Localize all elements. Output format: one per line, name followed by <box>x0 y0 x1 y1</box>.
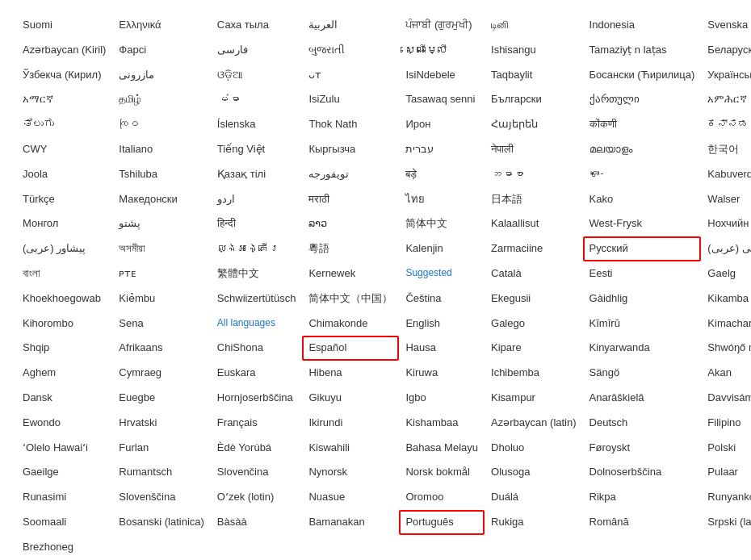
language-item[interactable]: ᴗᴛ <box>302 63 399 88</box>
language-item[interactable]: Tamaziyṭ n laṭas <box>583 38 702 63</box>
language-item[interactable]: Polski <box>701 436 751 461</box>
language-item[interactable]: டினி <box>485 13 583 38</box>
language-item[interactable]: اردو <box>211 187 303 212</box>
language-item[interactable]: Runyankore <box>701 485 751 510</box>
language-item[interactable]: Slovenščina <box>112 485 211 510</box>
language-item[interactable]: አምሕርኛ <box>701 87 751 112</box>
language-item[interactable]: Ikirundi <box>302 411 399 436</box>
language-item[interactable]: Nynorsk <box>302 460 399 485</box>
language-item[interactable]: Português <box>399 510 485 535</box>
language-item[interactable]: 简体中文（中国） <box>302 286 399 311</box>
language-item[interactable]: Anarâškielâ <box>583 386 702 411</box>
language-item[interactable]: Furlan <box>112 436 211 461</box>
language-item[interactable]: Tiếng Việt <box>211 137 303 162</box>
language-item[interactable]: മലയാളം <box>583 137 702 162</box>
language-item[interactable]: Kako <box>583 187 702 212</box>
language-item[interactable]: Gikuyu <box>302 386 399 411</box>
language-item[interactable]: English <box>399 311 485 336</box>
language-item[interactable]: Ishisangu <box>485 38 583 63</box>
language-item[interactable]: Soomaali <box>16 510 112 535</box>
language-item[interactable]: Ewondo <box>16 411 112 436</box>
language-item[interactable]: Саха тыла <box>211 13 303 38</box>
language-item[interactable]: ល្ងអង្គើរ <box>211 236 303 261</box>
language-item[interactable]: ဘမာစာ <box>485 162 583 187</box>
language-item[interactable]: Norsk bokmål <box>399 460 485 485</box>
language-item[interactable]: Afrikaans <box>112 336 211 361</box>
language-item[interactable]: Èdè Yorúbá <box>211 436 303 461</box>
language-item[interactable]: Igbo <box>399 386 485 411</box>
language-item[interactable]: Sena <box>112 311 211 336</box>
language-item[interactable]: پیشاور (عربی) <box>16 236 112 261</box>
language-item[interactable]: Davvisámegiella <box>701 386 751 411</box>
language-item[interactable]: Oʻzek (lotin) <box>211 485 303 510</box>
language-item[interactable]: Pulaar <box>701 460 751 485</box>
language-item[interactable]: Kishambaa <box>399 411 485 436</box>
language-item[interactable]: Gaelg <box>701 261 751 286</box>
language-item[interactable]: Sängö <box>583 361 702 386</box>
language-item[interactable]: Հայերեն <box>485 112 583 137</box>
language-item[interactable]: Română <box>583 510 702 535</box>
language-item[interactable]: አማርኛ <box>16 87 112 112</box>
language-item[interactable]: မံမာ <box>211 87 303 112</box>
language-item[interactable]: Aghem <box>16 361 112 386</box>
language-item[interactable]: 简体中文 <box>399 211 485 236</box>
language-item[interactable]: मराठी <box>302 187 399 212</box>
language-item[interactable]: Bamanakan <box>302 510 399 535</box>
language-item[interactable]: ಕನ್ನಡ <box>701 112 751 137</box>
language-item[interactable]: 한국어 <box>701 137 751 162</box>
language-item[interactable]: தமிழ் <box>112 87 211 112</box>
language-item[interactable]: Deutsch <box>583 411 702 436</box>
language-item[interactable]: مازرونی <box>112 63 211 88</box>
language-item[interactable]: IsiZulu <box>302 87 399 112</box>
language-item[interactable]: Galego <box>485 311 583 336</box>
language-item[interactable]: Indonesia <box>583 13 702 38</box>
language-item[interactable]: ไทย <box>399 187 485 212</box>
language-item[interactable]: Босански (Ћирилица) <box>583 63 702 88</box>
language-item[interactable]: ʻOlelo Hawaiʻi <box>16 436 112 461</box>
language-item[interactable]: Kīmīrū <box>583 311 702 336</box>
language-item[interactable]: All languages <box>211 311 303 336</box>
language-item[interactable]: Duálá <box>485 485 583 510</box>
language-item[interactable]: Chimakonde <box>302 311 399 336</box>
language-item[interactable]: Filipino <box>701 411 751 436</box>
language-item[interactable]: Kiruwa <box>399 361 485 386</box>
language-item[interactable]: ស្ណើម្បើ <box>399 38 485 63</box>
language-item[interactable]: Srpski (latinica) <box>701 510 751 535</box>
language-item[interactable]: Walser <box>701 187 751 212</box>
language-item[interactable]: Български <box>485 87 583 112</box>
language-item[interactable]: Nuasue <box>302 485 399 510</box>
language-item[interactable]: فارسی <box>211 38 303 63</box>
language-item[interactable]: Brezhoneg <box>16 535 112 560</box>
language-item[interactable]: Hibena <box>302 361 399 386</box>
language-item[interactable]: Zarmaciine <box>485 236 583 261</box>
language-item[interactable]: ქართული <box>583 87 702 112</box>
language-item[interactable]: עברית <box>399 137 485 162</box>
language-item[interactable]: Tshiluba <box>112 162 211 187</box>
language-item[interactable]: Suomi <box>16 13 112 38</box>
language-item[interactable]: Thok Nath <box>302 112 399 137</box>
language-item[interactable]: Ichibemba <box>485 361 583 386</box>
language-item[interactable]: Kalaallisut <box>485 211 583 236</box>
language-item[interactable]: Svenska <box>701 13 751 38</box>
language-item[interactable]: العربية <box>302 13 399 38</box>
language-item[interactable]: Joola <box>16 162 112 187</box>
language-item[interactable]: Kisampur <box>485 386 583 411</box>
language-item[interactable]: ਪੰਜਾਬੀ (ਗੁਰਮੁਖੀ) <box>399 13 485 38</box>
language-item[interactable]: Kabuverdianu <box>701 162 751 187</box>
language-item[interactable]: অসমীয়া <box>112 236 211 261</box>
language-item[interactable]: CWY <box>16 137 112 162</box>
language-item[interactable]: Azərbaycan (Kiril) <box>16 38 112 63</box>
language-item[interactable]: Монгол <box>16 211 112 236</box>
language-item[interactable]: Euegbe <box>112 386 211 411</box>
language-item[interactable]: બુજરાતી <box>302 38 399 63</box>
language-item[interactable]: Hornjoserbščina <box>211 386 303 411</box>
language-item[interactable]: Bàsàà <box>211 510 303 535</box>
language-item[interactable]: Македонски <box>112 187 211 212</box>
language-item[interactable]: پنجابی (عربی) <box>701 236 751 261</box>
language-item[interactable]: Kikamba <box>701 286 751 311</box>
language-item[interactable]: Català <box>485 261 583 286</box>
language-item[interactable]: Olusoga <box>485 460 583 485</box>
language-item[interactable]: ತೆಲುಗು <box>16 112 112 137</box>
language-item[interactable]: हिन्दी <box>211 211 303 236</box>
language-item[interactable]: Shqip <box>16 336 112 361</box>
